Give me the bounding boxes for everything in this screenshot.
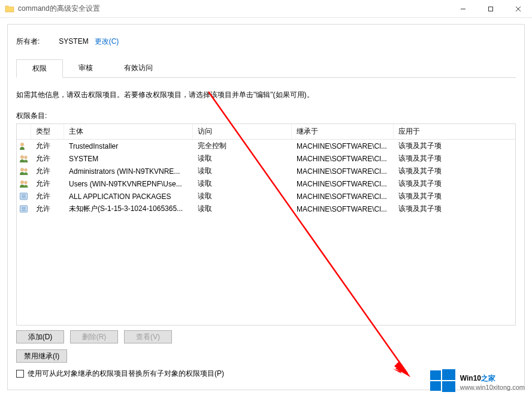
owner-row: 所有者: SYSTEM 更改(C) xyxy=(16,33,516,59)
svg-rect-1 xyxy=(489,7,493,11)
view-button[interactable]: 查看(V) xyxy=(124,330,172,343)
table-row[interactable]: 允许TrustedInstaller完全控制MACHINE\SOFTWARE\C… xyxy=(17,140,515,152)
cell-apply: 该项及其子项 xyxy=(394,152,515,165)
svg-point-5 xyxy=(20,155,23,158)
button-row-1: 添加(D) 删除(R) 查看(V) xyxy=(16,330,516,343)
cell-principal: SYSTEM xyxy=(64,153,193,164)
owner-value: SYSTEM xyxy=(59,37,88,46)
minimize-button[interactable] xyxy=(449,0,477,18)
principal-icon xyxy=(17,141,31,151)
table-row[interactable]: 允许Administrators (WIN-N9TKVNRE...读取MACHI… xyxy=(17,165,515,177)
cell-access: 读取 xyxy=(193,152,292,165)
window-title: command的高级安全设置 xyxy=(18,4,449,14)
cell-access: 读取 xyxy=(193,177,292,190)
cell-principal: Administrators (WIN-N9TKVNRE... xyxy=(64,166,193,177)
cell-type: 允许 xyxy=(31,165,64,177)
cell-inherit: MACHINE\SOFTWARE\Cl... xyxy=(292,191,394,202)
table-row[interactable]: 允许未知帐户(S-1-15-3-1024-1065365...读取MACHINE… xyxy=(17,203,515,215)
entries-label: 权限条目: xyxy=(16,111,516,123)
cell-apply: 该项及其子项 xyxy=(394,177,515,190)
col-icon-header[interactable] xyxy=(17,124,31,139)
cell-access: 读取 xyxy=(193,165,292,177)
table-row[interactable]: 允许Users (WIN-N9TKVNREPNF\Use...读取MACHINE… xyxy=(17,177,515,190)
permissions-table: 类型 主体 访问 继承于 应用于 允许TrustedInstaller完全控制M… xyxy=(16,123,516,325)
window-controls xyxy=(449,0,532,18)
svg-point-6 xyxy=(25,156,28,159)
tab-audit[interactable]: 审核 xyxy=(63,59,108,78)
security-panel: 所有者: SYSTEM 更改(C) 权限 审核 有效访问 如需其他信息，请双击权… xyxy=(7,24,525,390)
svg-point-8 xyxy=(25,168,28,171)
button-row-2: 禁用继承(I) xyxy=(16,349,516,363)
col-inherit-header[interactable]: 继承于 xyxy=(292,124,394,139)
cell-access: 读取 xyxy=(193,203,292,215)
principal-icon xyxy=(17,191,31,201)
close-button[interactable] xyxy=(504,0,532,18)
principal-icon xyxy=(17,204,31,214)
cell-apply: 该项及其子项 xyxy=(394,190,515,203)
tab-strip: 权限 审核 有效访问 xyxy=(16,59,516,78)
cell-apply: 该项及其子项 xyxy=(394,203,515,215)
principal-icon xyxy=(17,153,31,164)
titlebar: command的高级安全设置 xyxy=(0,0,532,18)
cell-access: 读取 xyxy=(193,190,292,203)
cell-apply: 该项及其子项 xyxy=(394,165,515,177)
principal-icon xyxy=(17,179,31,189)
add-button[interactable]: 添加(D) xyxy=(16,330,64,343)
table-body[interactable]: 允许TrustedInstaller完全控制MACHINE\SOFTWARE\C… xyxy=(17,140,515,325)
replace-child-checkbox[interactable] xyxy=(16,370,24,378)
cell-access: 完全控制 xyxy=(193,140,292,152)
cell-inherit: MACHINE\SOFTWARE\Cl... xyxy=(292,204,394,215)
principal-icon xyxy=(17,166,31,176)
table-row[interactable]: 允许SYSTEM读取MACHINE\SOFTWARE\Cl...该项及其子项 xyxy=(17,152,515,165)
cell-inherit: MACHINE\SOFTWARE\Cl... xyxy=(292,179,394,189)
svg-point-7 xyxy=(20,168,23,171)
cell-inherit: MACHINE\SOFTWARE\Cl... xyxy=(292,141,394,152)
folder-icon xyxy=(5,4,14,14)
cell-principal: 未知帐户(S-1-15-3-1024-1065365... xyxy=(64,203,193,215)
cell-apply: 该项及其子项 xyxy=(394,140,515,152)
cell-type: 允许 xyxy=(31,190,64,203)
tab-effective-access[interactable]: 有效访问 xyxy=(108,59,168,78)
svg-point-9 xyxy=(20,180,23,183)
tab-permissions[interactable]: 权限 xyxy=(16,59,63,78)
col-type-header[interactable]: 类型 xyxy=(31,124,64,139)
cell-principal: ALL APPLICATION PACKAGES xyxy=(64,191,193,202)
svg-point-10 xyxy=(25,181,28,184)
checkbox-label: 使用可从此对象继承的权限项目替换所有子对象的权限项目(P) xyxy=(28,369,224,379)
cell-type: 允许 xyxy=(31,140,64,152)
checkbox-row: 使用可从此对象继承的权限项目替换所有子对象的权限项目(P) xyxy=(16,363,516,379)
owner-label: 所有者: xyxy=(16,37,40,47)
cell-type: 允许 xyxy=(31,177,64,190)
col-principal-header[interactable]: 主体 xyxy=(64,124,193,139)
hint-text: 如需其他信息，请双击权限项目。若要修改权限项目，请选择该项目并单击"编辑"(如果… xyxy=(16,78,516,111)
svg-point-4 xyxy=(20,143,23,146)
cell-principal: Users (WIN-N9TKVNREPNF\Use... xyxy=(64,179,193,189)
cell-inherit: MACHINE\SOFTWARE\Cl... xyxy=(292,153,394,164)
cell-principal: TrustedInstaller xyxy=(64,141,193,152)
table-header: 类型 主体 访问 继承于 应用于 xyxy=(17,124,515,140)
cell-type: 允许 xyxy=(31,152,64,165)
col-access-header[interactable]: 访问 xyxy=(193,124,292,139)
cell-type: 允许 xyxy=(31,203,64,215)
col-apply-header[interactable]: 应用于 xyxy=(394,124,515,139)
table-row[interactable]: 允许ALL APPLICATION PACKAGES读取MACHINE\SOFT… xyxy=(17,190,515,203)
change-owner-link[interactable]: 更改(C) xyxy=(95,37,119,46)
disable-inherit-button[interactable]: 禁用继承(I) xyxy=(16,349,67,363)
remove-button[interactable]: 删除(R) xyxy=(70,330,118,343)
maximize-button[interactable] xyxy=(477,0,504,18)
cell-inherit: MACHINE\SOFTWARE\Cl... xyxy=(292,166,394,177)
